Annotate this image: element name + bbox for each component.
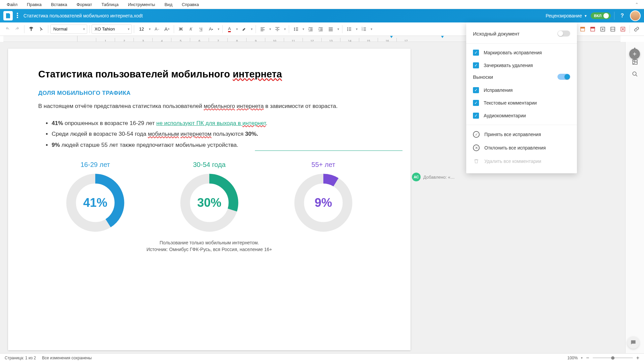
svg-point-1 (17, 15, 18, 16)
bullet-list: 41% опрошенных в возрасте 16-29 лет не и… (38, 119, 380, 150)
increase-font-button[interactable]: A+ (162, 24, 172, 34)
zoom-out-button[interactable]: − (586, 355, 589, 361)
menu-view[interactable]: Вид (160, 0, 177, 9)
track-change-connector (255, 150, 402, 151)
numbered-list-dropdown[interactable]: ▾ (369, 24, 373, 34)
comment-callout[interactable]: АС Добавлено: «… (412, 173, 455, 181)
clear-format-button[interactable] (37, 24, 46, 34)
line-spacing-button[interactable] (291, 24, 301, 34)
svg-marker-18 (441, 36, 444, 38)
copy-format-button[interactable] (26, 24, 36, 34)
indent-marker-right[interactable] (441, 36, 444, 39)
line-spacing-dropdown[interactable]: ▾ (301, 24, 305, 34)
numbered-list-button[interactable]: 123 (359, 24, 369, 34)
link-button[interactable] (632, 24, 641, 34)
mark-fixes-option[interactable]: ✓ Маркировать исправления (466, 46, 577, 59)
callouts-toggle[interactable] (557, 74, 570, 80)
help-icon[interactable]: ? (618, 11, 627, 20)
more-text-button[interactable]: A▪ (206, 24, 216, 34)
list-item: Среди людей в возрасте 30-54 года мобиль… (52, 129, 380, 139)
donut-chart-2: 30-54 года 30% (169, 161, 250, 233)
user-avatar[interactable] (630, 10, 641, 21)
indent-decrease-button[interactable] (306, 24, 315, 34)
merge-cells-button[interactable] (608, 24, 618, 34)
checkbox-icon: ✓ (473, 62, 479, 68)
font-size-dropdown[interactable]: ▾ (148, 24, 152, 34)
zoom-value[interactable]: 100% (568, 356, 578, 360)
menu-edit[interactable]: Правка (22, 0, 46, 9)
reject-all-button[interactable]: ✕ Отклонить все исправления (466, 141, 577, 155)
svg-text:3: 3 (362, 29, 363, 31)
indent-marker-left[interactable] (390, 36, 393, 39)
paragraph-settings-button[interactable] (326, 24, 335, 34)
bullet-list-dropdown[interactable]: ▾ (355, 24, 359, 34)
font-color-button[interactable]: A (225, 24, 234, 34)
svg-point-27 (633, 72, 636, 75)
indent-increase-button[interactable] (316, 24, 325, 34)
text-comments-option[interactable]: ✓ Текстовые комментарии (466, 97, 577, 109)
highlight-dropdown[interactable]: ▾ (250, 24, 254, 34)
menu-table[interactable]: Таблица (97, 0, 123, 9)
table-style1-button[interactable] (578, 24, 587, 34)
review-toggle[interactable]: ВКЛ (591, 12, 611, 19)
add-comment-fab[interactable] (629, 49, 640, 59)
accept-all-button[interactable]: ✓ Принять все исправления (466, 128, 577, 141)
bold-button[interactable]: Ж (176, 24, 185, 34)
expand-icon[interactable]: ⌃ (632, 2, 642, 7)
table-style2-button[interactable] (588, 24, 597, 34)
audio-comments-option[interactable]: ✓ Аудиокомментарии (466, 109, 577, 122)
more-text-dropdown[interactable]: ▾ (216, 24, 220, 34)
zoom-slider[interactable] (593, 357, 633, 358)
font-color-dropdown[interactable]: ▾ (235, 24, 239, 34)
zoom-in-button[interactable]: + (636, 355, 639, 361)
vertical-align-button[interactable] (273, 24, 282, 34)
chart-label: 16-29 лет (55, 161, 136, 169)
align-button[interactable] (258, 24, 267, 34)
underline-button[interactable]: Ч (196, 24, 206, 34)
separator (289, 25, 289, 33)
more-vertical-icon[interactable] (15, 11, 19, 20)
decrease-font-button[interactable]: A− (152, 24, 162, 34)
check-circle-icon: ✓ (473, 131, 480, 138)
separator (174, 25, 174, 33)
review-label: Рецензирование (546, 13, 582, 18)
italic-button[interactable]: К (186, 24, 196, 34)
delete-table-button[interactable] (618, 24, 628, 34)
right-sidebar: A (625, 42, 644, 353)
svg-rect-11 (581, 27, 585, 28)
paragraph-style-select[interactable]: Normal (50, 24, 87, 34)
vertical-align-dropdown[interactable]: ▾ (283, 24, 287, 34)
strike-deletes-option[interactable]: ✓ Зачеркивать удаления (466, 59, 577, 72)
document-page[interactable]: Статистика пользователей мобильного инте… (8, 49, 411, 350)
paragraph-dropdown[interactable]: ▾ (336, 24, 340, 34)
menu-file[interactable]: Файл (2, 0, 22, 9)
separator (256, 25, 256, 33)
svg-point-5 (347, 30, 348, 31)
redo-button[interactable] (13, 24, 22, 34)
divider (614, 12, 614, 20)
highlight-button[interactable] (239, 24, 249, 34)
svg-point-0 (17, 13, 18, 14)
bullet-list-button[interactable] (344, 24, 354, 34)
separator (89, 25, 90, 33)
insert-cell-button[interactable] (598, 24, 607, 34)
align-dropdown[interactable]: ▾ (268, 24, 272, 34)
menu-insert[interactable]: Вставка (46, 0, 72, 9)
fixes-option[interactable]: ✓ Исправления (466, 84, 577, 97)
original-doc-toggle[interactable] (557, 31, 570, 37)
zoom-dropdown[interactable]: ▾ (581, 356, 583, 360)
menu-help[interactable]: Справка (177, 0, 204, 9)
x-circle-icon: ✕ (473, 144, 480, 151)
font-size-input[interactable]: 12 (136, 26, 147, 32)
separator (342, 25, 342, 33)
review-dropdown-button[interactable]: Рецензирование ▼ (546, 13, 587, 18)
save-status: Все изменения сохранены (42, 356, 92, 360)
chat-fab[interactable] (627, 337, 639, 349)
undo-button[interactable] (3, 24, 12, 34)
search-button[interactable] (630, 69, 640, 79)
paragraph: В настоящем отчёте представлена статисти… (38, 102, 380, 111)
charts-row: 16-29 лет 41% 30-54 года (38, 161, 380, 233)
menu-format[interactable]: Формат (72, 0, 97, 9)
menu-tools[interactable]: Инструменты (123, 0, 160, 9)
font-family-select[interactable]: XO Tahion (92, 24, 132, 34)
